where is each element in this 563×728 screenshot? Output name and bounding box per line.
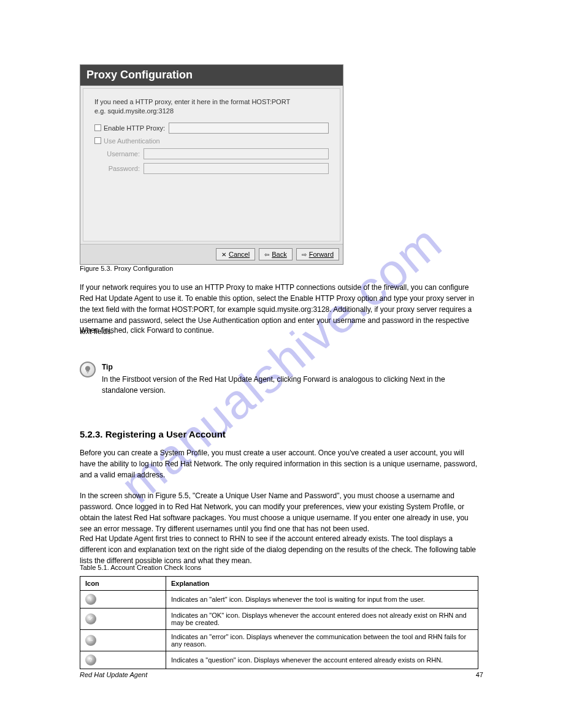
username-label: Username:	[102, 150, 140, 157]
cancel-button[interactable]: ✕ Cancel	[216, 248, 255, 260]
password-label: Password:	[102, 165, 140, 172]
enable-proxy-checkbox[interactable]	[94, 124, 101, 131]
section-heading: 5.2.3. Registering a User Account	[80, 429, 226, 439]
tip-block: Tip In the Firstboot version of the Red …	[80, 362, 478, 396]
status-table: Icon Explanation Indicates an "alert" ic…	[80, 576, 478, 669]
paragraph-reg3: Red Hat Update Agent first tries to conn…	[80, 533, 478, 566]
th-desc: Explanation	[166, 577, 478, 591]
figure-caption: Figure 5.3. Proxy Configuration	[80, 264, 478, 274]
use-auth-checkbox[interactable]	[94, 137, 101, 144]
footer-title: Red Hat Update Agent	[80, 671, 147, 678]
page-number: 47	[476, 671, 483, 678]
lightbulb-icon	[80, 362, 96, 377]
username-input[interactable]	[144, 148, 329, 159]
paragraph-reg1: Before you can create a System Profile, …	[80, 447, 478, 480]
cell-desc: Indicates an "OK" icon. Displays wheneve…	[166, 609, 478, 630]
alert-icon	[85, 594, 96, 605]
table-row: Indicates an "error" icon. Displays when…	[80, 630, 478, 651]
dialog-title: Proxy Configuration	[80, 65, 343, 86]
paragraph-reg2: In the screen shown in Figure 5.5, "Crea…	[80, 490, 478, 534]
forward-arrow-icon: ⇨	[302, 251, 307, 258]
forward-button[interactable]: ⇨ Forward	[296, 248, 339, 260]
cancel-icon: ✕	[221, 251, 226, 258]
proxy-host-input[interactable]	[169, 123, 329, 134]
back-arrow-icon: ⇦	[264, 251, 269, 258]
cell-desc: Indicates an "error" icon. Displays when…	[166, 630, 478, 651]
intro-text: If you need a HTTP proxy, enter it here …	[94, 97, 329, 116]
proxy-dialog: Proxy Configuration If you need a HTTP p…	[80, 64, 343, 265]
enable-proxy-label: Enable HTTP Proxy:	[104, 124, 165, 132]
dialog-figure: Proxy Configuration If you need a HTTP p…	[80, 64, 343, 265]
table-row: Indicates an "alert" icon. Displays when…	[80, 591, 478, 609]
table-row: Indicates a "question" icon. Displays wh…	[80, 651, 478, 669]
table-row: Indicates an "OK" icon. Displays wheneve…	[80, 609, 478, 630]
th-icon: Icon	[80, 577, 166, 591]
paragraph-forward: When finished, click Forward to continue…	[80, 325, 478, 336]
tip-title: Tip	[102, 362, 478, 373]
cell-desc: Indicates a "question" icon. Displays wh…	[166, 651, 478, 669]
ok-icon	[85, 613, 96, 624]
tip-body: In the Firstboot version of the Red Hat …	[102, 374, 478, 396]
table-caption: Table 5.1. Account Creation Check Icons	[80, 564, 201, 571]
use-auth-label: Use Authentication	[104, 137, 160, 145]
cell-desc: Indicates an "alert" icon. Displays when…	[166, 591, 478, 609]
question-icon	[85, 654, 96, 665]
back-button[interactable]: ⇦ Back	[259, 248, 292, 260]
password-input[interactable]	[144, 163, 329, 174]
error-icon	[85, 635, 96, 646]
